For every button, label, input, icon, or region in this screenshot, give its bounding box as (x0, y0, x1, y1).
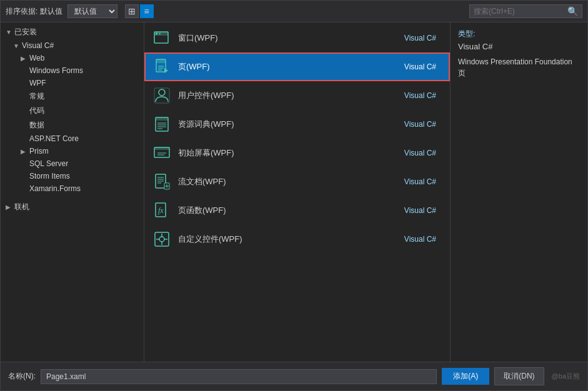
splash-wpf-icon (152, 143, 172, 163)
top-bar: 排序依据: 默认值 默认值 ⊞ ≡ 🔍 (1, 1, 587, 22)
list-view-btn[interactable]: ≡ (140, 4, 154, 18)
sidebar-item-xamarin-forms[interactable]: Xamarin.Forms (1, 182, 144, 195)
view-icons: ⊞ ≡ (125, 4, 154, 18)
search-box: 🔍 (469, 4, 582, 18)
sidebar-item-label: Web (29, 54, 44, 62)
template-lang: Visual C# (404, 235, 436, 244)
template-name: 用户控件(WPF) (178, 90, 398, 101)
template-lang: Visual C# (404, 120, 436, 129)
sidebar-item-windows-forms[interactable]: Windows Forms (1, 64, 144, 77)
sidebar-item-prism[interactable]: ▶ Prism (1, 145, 144, 157)
template-name: 初始屏幕(WPF) (178, 147, 398, 159)
template-name: 页(WPF) (178, 61, 398, 72)
template-item-splash-wpf[interactable]: 初始屏幕(WPF) Visual C# (144, 139, 450, 167)
template-item-usercontrol-wpf[interactable]: 用户控件(WPF) Visual C# (144, 81, 450, 110)
chevron-right-icon: ▶ (21, 55, 27, 62)
sidebar-item-label: 常规 (29, 91, 44, 102)
search-button[interactable]: 🔍 (567, 6, 578, 16)
sidebar-item-wpf[interactable]: WPF (1, 77, 144, 89)
info-panel: 类型: Visual C# Windows Presentation Found… (450, 22, 587, 362)
spacer-icon (21, 80, 27, 87)
sidebar-item-label: Windows Forms (29, 66, 83, 75)
sidebar: ▼ 已安装 ▼ Visual C# ▶ Web Windows Forms WP (1, 22, 144, 362)
template-lang: Visual C# (404, 91, 436, 100)
svg-text:fx: fx (158, 206, 164, 215)
sidebar-item-web[interactable]: ▶ Web (1, 52, 144, 64)
chevron-down-icon: ▼ (6, 29, 12, 36)
template-lang: Visual C# (404, 34, 436, 42)
sidebar-installed-label: 已安装 (14, 27, 37, 37)
template-list: 窗口(WPF) Visual C# 页(WPF) Visual C# (144, 22, 450, 362)
sort-select[interactable]: 默认值 (67, 4, 117, 18)
svg-rect-2 (156, 33, 157, 35)
svg-point-10 (159, 89, 165, 96)
svg-point-33 (159, 237, 164, 242)
spacer-icon (21, 173, 27, 180)
chevron-right-icon: ▶ (21, 148, 27, 155)
template-item-page-wpf[interactable]: 页(WPF) Visual C# (144, 52, 450, 81)
sidebar-item-label: ASP.NET Core (29, 134, 79, 143)
svg-rect-19 (154, 147, 169, 150)
sidebar-item-label: 代码 (29, 106, 44, 116)
template-item-resourcedict-wpf[interactable]: 资源词典(WPF) Visual C# (144, 110, 450, 139)
svg-rect-13 (156, 117, 168, 121)
search-input[interactable] (474, 7, 567, 16)
pagefunc-wpf-icon: fx (152, 200, 172, 220)
template-lang: Visual C# (404, 177, 436, 186)
sidebar-item-label: SQL Server (29, 159, 68, 168)
spacer-icon (21, 107, 27, 114)
template-name: 资源词典(WPF) (178, 119, 398, 130)
sidebar-online-label: 联机 (14, 202, 29, 212)
sidebar-item-aspnet-core[interactable]: ASP.NET Core (1, 132, 144, 145)
resourcedict-wpf-icon (152, 114, 172, 134)
info-type-label: 类型: (458, 29, 580, 39)
filename-label: 名称(N): (8, 371, 36, 382)
svg-marker-9 (164, 68, 168, 73)
svg-rect-5 (156, 59, 166, 63)
template-item-custom-wpf[interactable]: 自定义控件(WPF) Visual C# (144, 225, 450, 254)
sidebar-item-visual-csharp[interactable]: ▼ Visual C# (1, 39, 144, 52)
sidebar-item-common[interactable]: 常规 (1, 89, 144, 104)
spacer-icon (21, 161, 27, 167)
template-lang: Visual C# (404, 62, 436, 71)
sidebar-item-label: Xamarin.Forms (29, 184, 81, 193)
template-name: 流文档(WPF) (178, 176, 398, 187)
template-item-flowdoc-wpf[interactable]: 流文档(WPF) Visual C# (144, 167, 450, 196)
filename-input[interactable] (41, 369, 437, 384)
usercontrol-wpf-icon (152, 86, 172, 106)
template-name: 自定义控件(WPF) (178, 234, 398, 245)
spacer-icon (21, 136, 27, 142)
sidebar-item-label: 数据 (29, 120, 44, 131)
info-desc: Windows Presentation Foundation 页 (458, 56, 580, 79)
template-name: 窗口(WPF) (178, 32, 398, 44)
sidebar-item-label: WPF (29, 79, 46, 87)
add-new-item-dialog: 排序依据: 默认值 默认值 ⊞ ≡ 🔍 ▼ 已安装 ▼ Visual C# (0, 0, 588, 391)
sidebar-item-data[interactable]: 数据 (1, 118, 144, 132)
sidebar-item-code[interactable]: 代码 (1, 104, 144, 118)
svg-rect-3 (159, 33, 161, 35)
grid-view-btn[interactable]: ⊞ (125, 4, 139, 18)
custom-wpf-icon (152, 229, 172, 249)
watermark: @ba豆熊 (552, 372, 580, 381)
template-name: 页函数(WPF) (178, 205, 398, 216)
template-item-window-wpf[interactable]: 窗口(WPF) Visual C# (144, 24, 450, 52)
template-lang: Visual C# (404, 206, 436, 215)
spacer-icon (21, 186, 27, 192)
page-wpf-icon (152, 57, 172, 77)
sidebar-installed-header[interactable]: ▼ 已安装 (1, 25, 144, 39)
flowdoc-wpf-icon (152, 172, 172, 192)
spacer-icon (21, 67, 27, 74)
sidebar-item-storm-items[interactable]: Storm Items (1, 170, 144, 182)
sidebar-item-sql-server[interactable]: SQL Server (1, 157, 144, 170)
template-item-pagefunc-wpf[interactable]: fx 页函数(WPF) Visual C# (144, 196, 450, 225)
chevron-right-icon: ▶ (6, 204, 12, 210)
main-area: ▼ 已安装 ▼ Visual C# ▶ Web Windows Forms WP (1, 22, 587, 362)
sort-label: 排序依据: 默认值 (6, 6, 62, 17)
template-lang: Visual C# (404, 149, 436, 157)
window-wpf-icon (152, 28, 172, 48)
sidebar-online-header[interactable]: ▶ 联机 (1, 200, 144, 214)
cancel-button[interactable]: 取消(DN) (494, 367, 544, 385)
sidebar-item-label: Storm Items (29, 172, 70, 181)
sidebar-item-label: Prism (29, 147, 49, 156)
add-button[interactable]: 添加(A) (442, 368, 489, 385)
